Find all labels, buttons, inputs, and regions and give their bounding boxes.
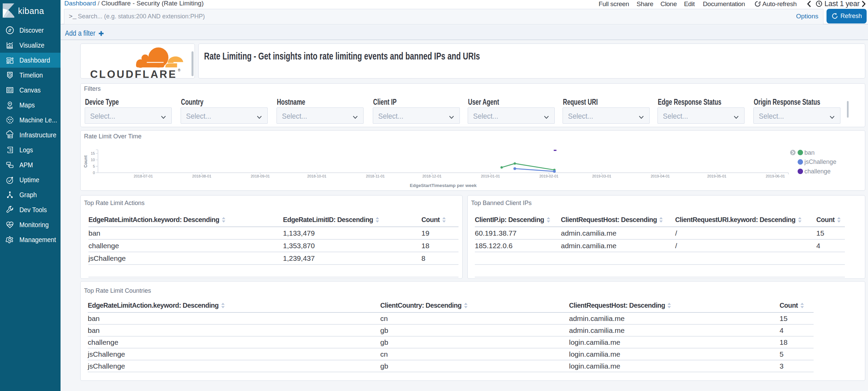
svg-text:2018-11-01: 2018-11-01: [366, 174, 385, 178]
svg-text:2018-10-01: 2018-10-01: [307, 174, 326, 178]
svg-text:EdgeStartTimestamp per week: EdgeStartTimestamp per week: [410, 183, 477, 188]
svg-text:Count: Count: [83, 155, 88, 168]
svg-text:10: 10: [91, 158, 95, 162]
svg-text:2018-08-01: 2018-08-01: [192, 174, 211, 178]
svg-text:2019-02-01: 2019-02-01: [539, 174, 558, 178]
svg-text:2019-03-01: 2019-03-01: [592, 174, 611, 178]
svg-text:0: 0: [93, 171, 95, 175]
svg-text:challenge: challenge: [804, 168, 831, 175]
svg-text:2019-05-01: 2019-05-01: [707, 174, 726, 178]
svg-text:15: 15: [91, 151, 95, 155]
svg-text:jsChallenge: jsChallenge: [804, 158, 836, 165]
svg-text:CLOUDFLARE: CLOUDFLARE: [90, 68, 177, 79]
svg-text:2019-04-01: 2019-04-01: [651, 174, 670, 178]
svg-text:®: ®: [178, 68, 181, 72]
svg-text:2019-01-01: 2019-01-01: [481, 174, 500, 178]
svg-text:5: 5: [93, 164, 95, 168]
svg-text:2018-09-01: 2018-09-01: [251, 174, 270, 178]
svg-text:2018-12-01: 2018-12-01: [422, 174, 441, 178]
svg-text:2018-07-01: 2018-07-01: [134, 174, 153, 178]
svg-text:2019-06-01: 2019-06-01: [766, 174, 785, 178]
svg-text:ban: ban: [804, 149, 815, 156]
